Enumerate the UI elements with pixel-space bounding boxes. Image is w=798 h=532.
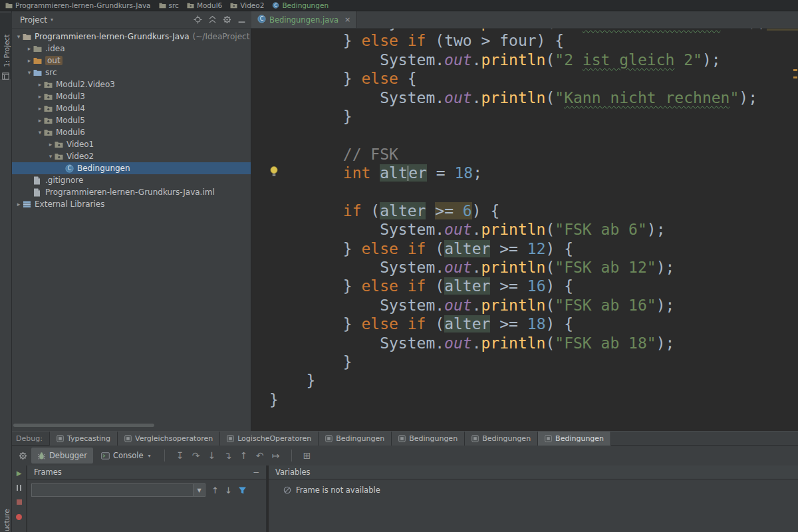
tree-item-label: Programmieren-lernen-Grundkurs-Java <box>35 32 190 41</box>
minimize-icon[interactable]: − <box>253 467 259 477</box>
tree-item-out[interactable]: ▸out <box>12 55 251 66</box>
breadcrumb-item[interactable]: Programmieren-lernen-Grundkurs-Java <box>5 1 151 9</box>
code-line: int alter = 18; <box>269 164 798 182</box>
close-icon[interactable]: × <box>344 15 350 24</box>
tree-item-video1[interactable]: ▸Video1 <box>12 138 251 150</box>
project-title[interactable]: Project <box>20 15 47 25</box>
tree-item-modul2-video3[interactable]: ▸Modul2.Video3 <box>12 78 251 90</box>
intention-bulb-icon[interactable] <box>269 166 279 180</box>
settings-button[interactable] <box>222 15 231 25</box>
variables-message: Frame is not available <box>296 485 380 495</box>
chevron-closed-icon[interactable]: ▸ <box>25 45 33 52</box>
force-step-into-icon[interactable]: ↴ <box>220 450 236 461</box>
collapse-all-button[interactable] <box>207 15 217 25</box>
tree-item-bedingungen[interactable]: CBedingungen <box>12 162 251 174</box>
error-stripe-mark[interactable] <box>793 76 797 78</box>
debug-session-tab-list: TypecastingVergleichsoperatorenLogischeO… <box>49 432 611 446</box>
chevron-open-icon[interactable]: ▾ <box>47 153 55 160</box>
breadcrumb-item[interactable]: Video2 <box>230 1 264 9</box>
tab-label: Console <box>113 451 144 460</box>
debug-session-tab-4[interactable]: Bedingungen <box>319 432 392 446</box>
tree-item-label: Programmieren-lernen-Grundkurs-Java.iml <box>45 188 215 197</box>
project-panel-header: Project ▾ <box>12 11 251 29</box>
tab-console[interactable]: Console▾ <box>95 448 157 464</box>
run-to-cursor-icon[interactable]: ↦ <box>268 450 284 461</box>
frames-panel-header: Frames − <box>27 466 266 479</box>
chevron-closed-icon[interactable]: ▸ <box>36 93 44 100</box>
tree-item-label: Modul2.Video3 <box>56 80 115 89</box>
tree-item-video2[interactable]: ▾Video2 <box>12 150 251 162</box>
step-over-icon[interactable]: ↷ <box>188 450 204 461</box>
tree-item--idea[interactable]: ▸.idea <box>12 43 251 55</box>
pause-icon[interactable] <box>17 483 21 491</box>
stop-icon[interactable] <box>17 498 22 506</box>
tab-label: Debugger <box>49 451 87 460</box>
chevron-open-icon[interactable]: ▾ <box>15 33 23 40</box>
chevron-closed-icon[interactable]: ▸ <box>47 141 55 148</box>
chevron-down-icon[interactable]: ▼ <box>193 484 205 496</box>
toolbar-separator <box>164 450 165 462</box>
frames-combobox[interactable]: ▼ <box>31 483 205 497</box>
frame-unavailable-icon <box>283 486 291 494</box>
horizontal-scrollbar-thumb[interactable] <box>13 424 154 427</box>
debug-session-tab-label: Bedingungen <box>409 434 458 443</box>
breadcrumb-item[interactable]: Modul6 <box>187 1 222 9</box>
step-out-icon[interactable]: ↑ <box>236 450 252 461</box>
tree-item-external-libraries[interactable]: ▸External Libraries <box>12 198 251 210</box>
chevron-open-icon[interactable]: ▾ <box>36 129 44 136</box>
tree-item-modul5[interactable]: ▸Modul5 <box>12 114 251 126</box>
stripe-project-button[interactable]: 1: Project <box>0 13 12 79</box>
chevron-down-icon: ▾ <box>148 453 151 459</box>
stripe-structure-button[interactable]: ucture <box>0 503 12 532</box>
tree-item-programmieren-lernen-grundkurs-java[interactable]: ▾Programmieren-lernen-Grundkurs-Java(~/I… <box>12 31 251 43</box>
tree-item--gitignore[interactable]: .gitignore <box>12 174 251 186</box>
debug-session-tab-3[interactable]: LogischeOperatoren <box>220 432 319 446</box>
tree-item-modul6[interactable]: ▾Modul6 <box>12 126 251 138</box>
debug-session-tab-label: Vergleichsoperatoren <box>135 434 213 443</box>
package-icon <box>187 2 194 9</box>
debug-session-tab-1[interactable]: Typecasting <box>49 432 118 446</box>
chevron-closed-icon[interactable]: ▸ <box>25 57 33 64</box>
tree-item-src[interactable]: ▾src <box>12 66 251 78</box>
editor-tab-bedingungen[interactable]: C Bedingungen.java × <box>251 11 357 28</box>
chevron-closed-icon[interactable]: ▸ <box>36 81 44 88</box>
chevron-closed-icon[interactable]: ▸ <box>36 105 44 112</box>
stripe-project-label: 1: Project <box>3 35 11 67</box>
tab-debugger[interactable]: Debugger <box>31 448 93 464</box>
debug-session-tab-6[interactable]: Bedingungen <box>465 432 538 446</box>
show-execution-point-icon[interactable]: ↧ <box>172 450 188 461</box>
debug-session-tab-2[interactable]: Vergleichsoperatoren <box>118 432 220 446</box>
tree-item-modul4[interactable]: ▸Modul4 <box>12 102 251 114</box>
breadcrumb-item[interactable]: CBedingungen <box>272 1 329 9</box>
editor-tab-label: Bedingungen.java <box>269 15 338 25</box>
tree-item-modul3[interactable]: ▸Modul3 <box>12 90 251 102</box>
chevron-open-icon[interactable]: ▾ <box>25 69 33 76</box>
breadcrumb-item[interactable]: src <box>159 1 179 9</box>
variables-panel-header: Variables <box>269 466 798 479</box>
locate-button[interactable] <box>193 15 202 25</box>
error-stripe-mark[interactable] <box>793 69 797 71</box>
debug-session-tab-7[interactable]: Bedingungen <box>538 432 611 446</box>
tree-item-programmieren-lernen-grundkurs-java-iml[interactable]: Programmieren-lernen-Grundkurs-Java.iml <box>12 186 251 198</box>
drop-frame-icon[interactable]: ↶ <box>252 450 268 461</box>
view-breakpoints-icon[interactable] <box>16 513 22 521</box>
package-icon <box>44 80 55 88</box>
debug-session-tab-5[interactable]: Bedingungen <box>392 432 465 446</box>
debugger-settings-icon[interactable] <box>17 452 29 460</box>
code-line: System.out.println("FSK ab 16"); <box>269 296 798 315</box>
svg-text:C: C <box>275 3 277 7</box>
previous-frame-button[interactable]: ↑ <box>211 486 219 495</box>
code-editor[interactable]: System.out.println("2 ist kleiner als 4"… <box>251 29 798 431</box>
debug-session-tab-label: Bedingungen <box>555 434 604 443</box>
code-line: } <box>269 390 798 409</box>
evaluate-expression-icon[interactable]: ⊞ <box>299 450 315 461</box>
chevron-closed-icon[interactable]: ▸ <box>36 117 44 124</box>
step-into-icon[interactable]: ↓ <box>204 450 220 461</box>
resume-icon[interactable]: ▶ <box>17 469 22 477</box>
project-tree: ▾Programmieren-lernen-Grundkurs-Java(~/I… <box>12 29 251 431</box>
hide-panel-button[interactable] <box>237 15 246 25</box>
toolbar-separator <box>291 450 292 462</box>
next-frame-button[interactable]: ↓ <box>225 486 232 495</box>
chevron-closed-icon[interactable]: ▸ <box>15 201 23 207</box>
filter-button[interactable] <box>238 486 247 495</box>
